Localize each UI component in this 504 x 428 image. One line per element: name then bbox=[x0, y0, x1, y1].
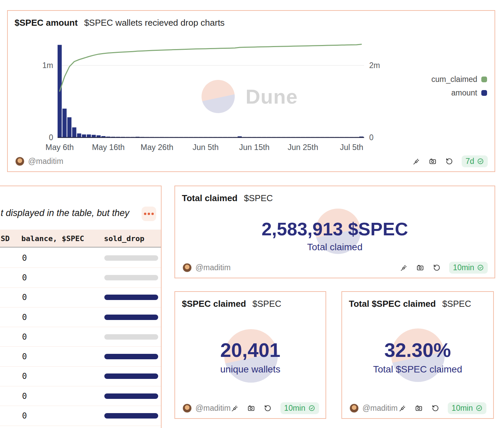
balance-cell: 0 bbox=[22, 313, 27, 322]
spec-claimed-footer: @maditim bbox=[183, 401, 319, 415]
panel-subtitle: $SPEC bbox=[244, 193, 273, 204]
author-link[interactable]: @maditim bbox=[183, 404, 231, 413]
column-header-balance[interactable]: balance, $SPEC bbox=[21, 234, 84, 243]
refresh-age-badge[interactable]: 10min bbox=[449, 262, 488, 274]
balance-cell: 0 bbox=[22, 273, 27, 282]
x-axis-tick-label: May 6th bbox=[45, 143, 74, 152]
pct-claimed-footer: @maditim bbox=[350, 401, 486, 415]
verified-seal-icon bbox=[308, 405, 315, 412]
counter: 20,401 unique wallets bbox=[175, 339, 326, 375]
counter: 32.30% Total $SPEC claimed bbox=[342, 339, 493, 375]
table-row: 0 bbox=[0, 307, 161, 327]
counter-value: 32.30% bbox=[342, 339, 493, 361]
screenshot-button[interactable] bbox=[416, 263, 424, 272]
x-axis-tick-label: Jun 15th bbox=[239, 143, 270, 152]
y-axis-left-tick-label: 1m bbox=[42, 61, 53, 70]
sold-drop-bar bbox=[104, 275, 158, 280]
balance-cell: 0 bbox=[22, 391, 27, 401]
y-axis-right-tick-label: 2m bbox=[369, 61, 380, 70]
chart-legend: cum_claimedamount bbox=[432, 74, 487, 99]
table-row: 0 bbox=[0, 386, 161, 406]
counter-label: Total $SPEC claimed bbox=[342, 364, 493, 375]
total-claimed-title-row: Total claimed $SPEC bbox=[182, 193, 273, 204]
panel-subtitle: $SPEC bbox=[252, 299, 281, 309]
total-claimed-panel: Total claimed $SPEC 2,583,913 $SPEC Tota… bbox=[174, 186, 495, 278]
refresh-age-badge[interactable]: 10min bbox=[280, 402, 319, 414]
amount-bar bbox=[72, 127, 76, 137]
refresh-age-label: 10min bbox=[453, 263, 474, 272]
balance-cell: 0 bbox=[22, 352, 27, 361]
refresh-button[interactable] bbox=[264, 404, 272, 412]
column-header-usd[interactable]: SD bbox=[1, 234, 10, 243]
refresh-age-label: 10min bbox=[451, 404, 473, 413]
screenshot-button[interactable] bbox=[247, 404, 255, 412]
refresh-button[interactable] bbox=[431, 404, 439, 412]
sold-drop-bar bbox=[104, 334, 158, 340]
amount-bar bbox=[87, 134, 91, 137]
camera-icon bbox=[247, 404, 255, 412]
verified-seal-icon bbox=[477, 264, 484, 271]
table-row: 0 bbox=[0, 327, 161, 347]
panel-title: $SPEC claimed bbox=[182, 299, 246, 309]
camera-icon bbox=[429, 157, 437, 165]
legend-item-amount[interactable]: amount bbox=[432, 87, 487, 99]
refresh-age-badge[interactable]: 10min bbox=[448, 402, 486, 414]
refresh-age-badge[interactable]: 7d bbox=[462, 155, 488, 167]
table-header-row: SD balance, $SPEC sold_drop bbox=[0, 230, 161, 248]
column-header-sold-drop[interactable]: sold_drop bbox=[104, 234, 144, 243]
x-axis-tick-label: Jul 5th bbox=[340, 143, 363, 152]
legend-label: amount bbox=[451, 88, 477, 98]
y-axis-right-tick-label: 0 bbox=[369, 133, 374, 142]
balance-cell: 0 bbox=[22, 293, 27, 302]
camera-icon bbox=[416, 264, 424, 272]
counter-value: 2,583,913 $SPEC bbox=[175, 219, 495, 239]
sold-drop-bar bbox=[104, 354, 158, 359]
counter-label: Total claimed bbox=[175, 242, 495, 253]
query-plug-button[interactable] bbox=[398, 404, 406, 412]
balance-cell: 0 bbox=[22, 411, 27, 421]
legend-item-cum_claimed[interactable]: cum_claimed bbox=[432, 74, 487, 85]
author-name: @maditim bbox=[362, 404, 398, 413]
total-claimed-footer: @maditim bbox=[183, 261, 488, 274]
undo-refresh-icon bbox=[432, 404, 439, 412]
x-axis-tick-label: May 26th bbox=[141, 143, 173, 152]
author-name: @maditim bbox=[28, 157, 63, 166]
author-link[interactable]: @maditim bbox=[15, 157, 63, 166]
author-link[interactable]: @maditim bbox=[183, 263, 231, 272]
wallets-table-panel: t displayed in the table, but they SD ba… bbox=[0, 186, 162, 428]
chart-actions: 7d bbox=[412, 155, 488, 167]
cum-claimed-line bbox=[60, 44, 361, 91]
ellipsis-icon bbox=[144, 213, 146, 215]
refresh-button[interactable] bbox=[433, 263, 441, 272]
verified-seal-icon bbox=[476, 405, 483, 412]
refresh-age-label: 7d bbox=[465, 157, 474, 166]
plug-icon bbox=[412, 157, 420, 165]
x-axis-tick-label: May 16th bbox=[92, 143, 125, 152]
author-link[interactable]: @maditim bbox=[350, 404, 398, 413]
legend-swatch bbox=[481, 90, 487, 96]
amount-bar bbox=[77, 133, 81, 137]
balance-cell: 0 bbox=[22, 332, 27, 342]
author-name: @maditim bbox=[195, 263, 231, 272]
sold-drop-bar bbox=[104, 255, 158, 261]
screenshot-button[interactable] bbox=[415, 404, 423, 412]
table-menu-button[interactable] bbox=[142, 207, 156, 221]
table-body: 000000000 bbox=[0, 248, 161, 426]
query-plug-button[interactable] bbox=[231, 404, 239, 412]
avatar bbox=[350, 404, 359, 413]
undo-refresh-icon bbox=[264, 404, 272, 412]
balance-cell: 0 bbox=[22, 371, 27, 381]
screenshot-button[interactable] bbox=[428, 157, 437, 165]
balance-cell: 0 bbox=[22, 253, 27, 263]
sold-drop-bar bbox=[104, 315, 158, 320]
drop-chart-canvas[interactable]: 01m02mMay 6thMay 16thMay 26thJun 5thJun … bbox=[7, 10, 495, 172]
refresh-button[interactable] bbox=[445, 157, 453, 165]
avatar bbox=[15, 157, 24, 166]
counter-label: unique wallets bbox=[175, 364, 326, 375]
query-plug-button[interactable] bbox=[412, 157, 420, 165]
table-row: 0 bbox=[0, 347, 161, 366]
query-plug-button[interactable] bbox=[399, 263, 407, 272]
avatar bbox=[183, 404, 192, 413]
panel-subtitle: $SPEC bbox=[442, 299, 471, 309]
legend-label: cum_claimed bbox=[432, 75, 478, 84]
